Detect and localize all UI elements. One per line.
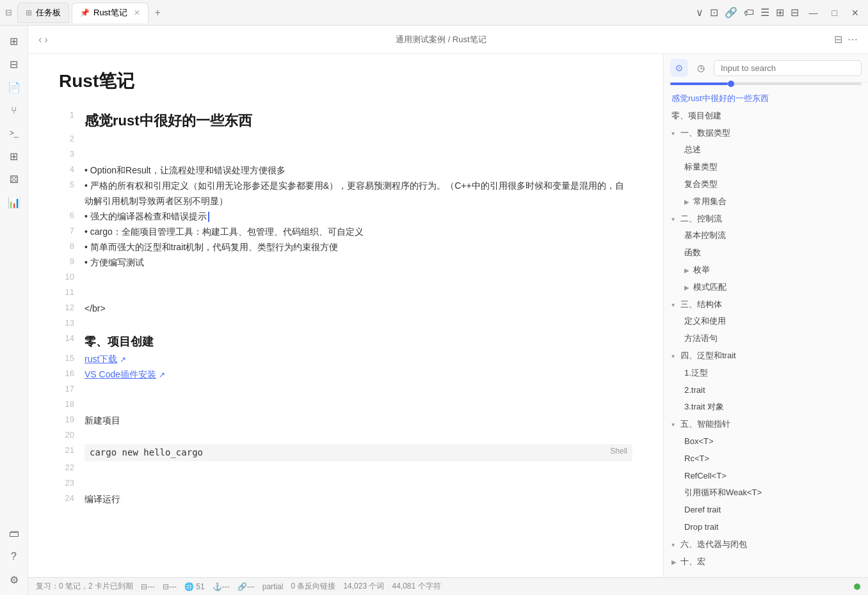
sidebar-icon-settings[interactable]: ⚙ bbox=[4, 569, 24, 590]
line-4-content: • Option和Result，让流程处理和错误处理方便很多 bbox=[84, 163, 632, 178]
toc-item-label: Deref trait bbox=[684, 505, 721, 514]
reading-mode-button[interactable]: ⊟ bbox=[834, 33, 842, 45]
tab-close-button[interactable]: ✕ bbox=[134, 8, 140, 17]
toc-item-fuhe[interactable]: 复合类型 bbox=[664, 176, 868, 193]
sidebar-icon-file[interactable]: 📄 bbox=[4, 77, 24, 97]
search-input[interactable] bbox=[714, 60, 862, 76]
toc-item-deref[interactable]: Deref trait bbox=[664, 502, 868, 519]
line-22: 22 bbox=[59, 461, 632, 477]
toc-item-label: 六、迭代器与闭包 bbox=[680, 539, 747, 549]
editor-content: 1 感觉rust中很好的一些东西 2 3 4 • Option和Result，让… bbox=[59, 109, 632, 507]
line-14: 14 零、项目创建 bbox=[59, 332, 632, 352]
sidebar-icon-database[interactable]: 🗃 bbox=[4, 523, 24, 544]
add-tab-button[interactable]: + bbox=[151, 7, 165, 19]
toc-item-drop[interactable]: Drop trait bbox=[664, 519, 868, 536]
line-4: 4 • Option和Result，让流程处理和错误处理方便很多 bbox=[59, 163, 632, 178]
sidebar-icon-blocks[interactable]: ⊞ bbox=[4, 146, 24, 166]
more-options-button[interactable]: ⋯ bbox=[848, 33, 858, 45]
progress-dot bbox=[728, 81, 734, 87]
line-23: 23 bbox=[59, 477, 632, 492]
line-21: 21 cargo new hello_cargo Shell bbox=[59, 444, 632, 462]
vscode-plugin-link[interactable]: VS Code插件安装 bbox=[84, 369, 156, 379]
external-link-icon-2: ↗ bbox=[159, 370, 165, 379]
toc-item-refcell[interactable]: RefCell<T> bbox=[664, 468, 868, 485]
sidebar-icon-terminal[interactable]: >_ bbox=[4, 123, 24, 143]
toc-expand-icon: ▾ bbox=[671, 129, 680, 139]
toc-item-box[interactable]: Box<T> bbox=[664, 433, 868, 450]
status-dash1: ⊟--- bbox=[141, 582, 155, 591]
line-9: 9 • 方便编写测试 bbox=[59, 255, 632, 271]
toc-item-struct[interactable]: ▾三、结构体 bbox=[664, 296, 868, 313]
line-18: 18 bbox=[59, 398, 632, 413]
toc-item-biaoliangle[interactable]: 标量类型 bbox=[664, 159, 868, 176]
toc-item-label: RefCell<T> bbox=[684, 471, 727, 480]
forward-button[interactable]: › bbox=[44, 34, 47, 45]
toc-item-control[interactable]: ▾二、控制流 bbox=[664, 210, 868, 228]
shell-label: Shell bbox=[610, 447, 627, 456]
breadcrumb: 通用测试案例 / Rust笔记 bbox=[53, 34, 829, 45]
toc-item-label: 基本控制流 bbox=[684, 230, 726, 240]
line-5-content: • 严格的所有权和引用定义（如引用无论形参还是实参都要用&），更容易预测程序的行… bbox=[84, 178, 632, 209]
sidebar-icon-apps[interactable]: ⊟ bbox=[4, 54, 24, 74]
toc-item-label: 零、项目创建 bbox=[671, 111, 721, 120]
toc-item-section1-data[interactable]: ▾一、数据类型 bbox=[664, 125, 868, 142]
toc-item-trait-obj[interactable]: 3.trait 对象 bbox=[664, 399, 868, 416]
tag-icon[interactable]: 🏷 bbox=[744, 7, 754, 19]
toc-item-meiju[interactable]: ▶枚举 bbox=[664, 262, 868, 279]
dropdown-arrow-icon[interactable]: ∨ bbox=[696, 6, 703, 19]
sidebar-icon-dice[interactable]: ⚄ bbox=[4, 169, 24, 189]
toc-item-rc[interactable]: Rc<T> bbox=[664, 450, 868, 468]
toc-item-smart-ptr[interactable]: ▾五、智能指针 bbox=[664, 416, 868, 433]
toc-item-dingyi[interactable]: 定义和使用 bbox=[664, 313, 868, 330]
toc-expand-icon: ▾ bbox=[671, 214, 680, 225]
toc-item-trait[interactable]: 2.trait bbox=[664, 382, 868, 399]
line-12: 12 </br> bbox=[59, 301, 632, 317]
sidebar-toggle-icon[interactable]: ⊟ bbox=[5, 8, 12, 17]
back-button[interactable]: ‹ bbox=[38, 34, 42, 45]
split-view-icon[interactable]: ⊡ bbox=[710, 6, 718, 19]
toc-item-hanshu[interactable]: 函数 bbox=[664, 244, 868, 262]
toc-item-jiben[interactable]: 基本控制流 bbox=[664, 227, 868, 244]
toc-item-macro[interactable]: ▶十、宏 bbox=[664, 553, 868, 571]
toc-item-label: 感觉rust中很好的一些东西 bbox=[671, 93, 769, 103]
toc-item-weak[interactable]: 引用循环和Weak<T> bbox=[664, 484, 868, 502]
toc-item-iter[interactable]: ▾六、迭代器与闭包 bbox=[664, 536, 868, 553]
line-6-content: • 强大的编译器检查和错误提示 bbox=[84, 209, 632, 225]
toc-item-changyong[interactable]: ▶常用集合 bbox=[664, 193, 868, 210]
toc-item-generic[interactable]: ▾四、泛型和trait bbox=[664, 347, 868, 365]
rust-download-link[interactable]: rust下载 bbox=[84, 354, 117, 364]
toc-item-fanxing[interactable]: 1.泛型 bbox=[664, 365, 868, 382]
toc-item-label: 引用循环和Weak<T> bbox=[684, 488, 762, 497]
sidebar-icon-chart[interactable]: 📊 bbox=[4, 192, 24, 212]
export-icon[interactable]: ⊟ bbox=[791, 6, 799, 19]
tab-rust-notes[interactable]: 📌 Rust笔记 ✕ bbox=[72, 3, 149, 23]
list-icon[interactable]: ☰ bbox=[760, 6, 769, 19]
line-9-content: • 方便编写测试 bbox=[84, 255, 632, 271]
tab-tasks-icon: ⊞ bbox=[26, 8, 32, 17]
toc-history-button[interactable]: ◷ bbox=[692, 59, 710, 77]
toc-expand-icon: ▾ bbox=[671, 300, 680, 310]
sidebar-icon-help[interactable]: ? bbox=[4, 546, 24, 567]
maximize-button[interactable]: □ bbox=[828, 6, 841, 19]
breadcrumb-nav: ‹ › bbox=[38, 34, 48, 45]
toc-item-section0[interactable]: 零、项目创建 bbox=[664, 107, 868, 125]
link-icon[interactable]: 🔗 bbox=[725, 6, 737, 19]
line-17: 17 bbox=[59, 383, 632, 398]
toc-clock-button[interactable]: ⊙ bbox=[670, 59, 688, 77]
line-1-content: 感觉rust中很好的一些东西 bbox=[84, 109, 632, 132]
document-editor[interactable]: Rust笔记 1 感觉rust中很好的一些东西 2 3 bbox=[28, 54, 663, 577]
sidebar-icon-branch[interactable]: ⑂ bbox=[4, 100, 24, 120]
close-button[interactable]: ✕ bbox=[848, 6, 863, 19]
grid2-icon[interactable]: ⊞ bbox=[776, 6, 784, 19]
sidebar-icon-grid[interactable]: ⊞ bbox=[4, 31, 24, 51]
toc-item-label: 二、控制流 bbox=[680, 214, 722, 223]
toc-item-section1[interactable]: 感觉rust中很好的一些东西 bbox=[664, 90, 868, 107]
toc-item-moshi[interactable]: ▶模式匹配 bbox=[664, 279, 868, 296]
toc-item-zongsu[interactable]: 总述 bbox=[664, 141, 868, 159]
toc-item-fangfa[interactable]: 方法语句 bbox=[664, 330, 868, 347]
minimize-button[interactable]: — bbox=[805, 6, 822, 19]
toc-item-label: Drop trait bbox=[684, 522, 718, 532]
tab-tasks[interactable]: ⊞ 任务板 bbox=[17, 3, 69, 23]
sidebar-icons: ⊞ ⊟ 📄 ⑂ >_ ⊞ ⚄ 📊 🗃 ? ⚙ bbox=[0, 26, 28, 595]
status-bar: 复习：0 笔记，2 卡片已到期 ⊟--- ⊟--- 🌐 51 ⚓--- 🔗---… bbox=[28, 577, 868, 595]
